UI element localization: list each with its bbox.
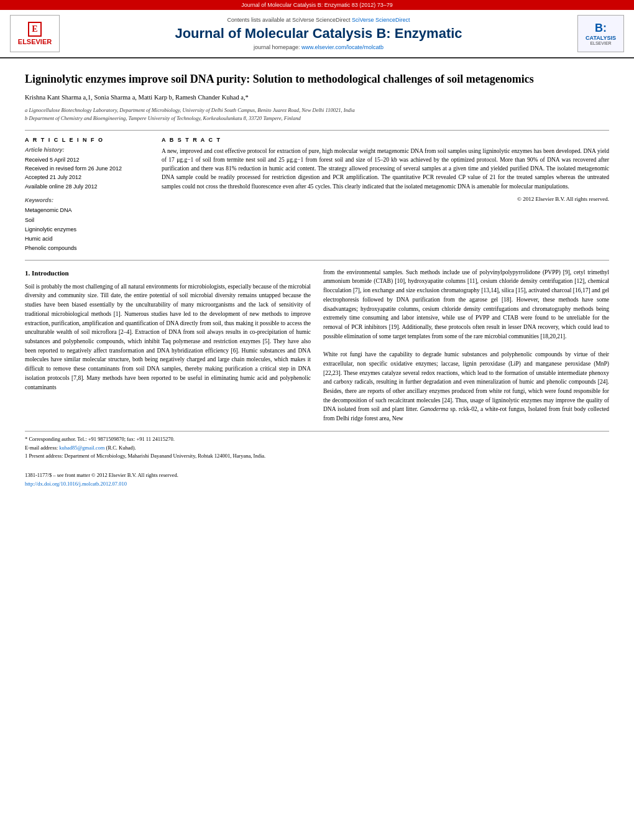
affiliation-a: a Lignocellulose Biotechnology Laborator… (25, 106, 609, 114)
divider-2 (25, 260, 609, 261)
catalysis-logo-sub: ELSEVIER (590, 41, 611, 45)
journal-logo: B: CATALYSIS ELSEVIER (577, 15, 624, 52)
article-info-heading: A R T I C L E I N F O (25, 137, 149, 143)
abstract-text: A new, improved and cost effective proto… (162, 147, 609, 191)
affiliation-b: b Department of Chemistry and Bioenginee… (25, 114, 609, 122)
journal-title-area: Contents lists available at SciVerse Sci… (66, 17, 571, 50)
available-date: Available online 28 July 2012 (25, 182, 149, 191)
section1-left-text: Soil is probably the most challenging of… (25, 282, 311, 392)
section1-right-text-2: White rot fungi have the capability to d… (323, 350, 609, 423)
sciverse-text: Contents lists available at SciVerse Sci… (66, 17, 571, 23)
journal-homepage: journal homepage: www.elsevier.com/locat… (66, 44, 571, 50)
keyword-5: Phenolic compounds (25, 244, 149, 253)
body-section: 1. Introduction Soil is probably the mos… (25, 268, 609, 423)
abstract-col: A B S T R A C T A new, improved and cost… (162, 137, 609, 254)
elsevier-label: ELSEVIER (18, 38, 52, 45)
received-date: Received 5 April 2012 (25, 155, 149, 164)
issn-line: 1381-1177/$ – see front matter © 2012 El… (25, 471, 609, 479)
journal-header: E ELSEVIER Contents lists available at S… (0, 10, 634, 58)
article-info-col: A R T I C L E I N F O Article history: R… (25, 137, 149, 254)
keyword-1: Metagenomic DNA (25, 206, 149, 215)
homepage-url[interactable]: www.elsevier.com/locate/molcatb (301, 44, 384, 50)
article-info-abstract: A R T I C L E I N F O Article history: R… (25, 137, 609, 254)
section1-right-text: from the environmental samples. Such met… (323, 268, 609, 341)
article-title: Ligninolytic enzymes improve soil DNA pu… (25, 72, 609, 86)
catalysis-logo-icon: B: (595, 22, 607, 35)
accepted-date: Accepted 21 July 2012 (25, 173, 149, 182)
body-left-col: 1. Introduction Soil is probably the mos… (25, 268, 311, 423)
authors-line: Krishna Kant Sharma a,1, Sonia Sharma a,… (25, 93, 609, 103)
doi-link[interactable]: http://dx.doi.org/10.1016/j.molcatb.2012… (25, 481, 127, 487)
footnote-corresponding: * Corresponding author. Tel.: +91 987150… (25, 435, 609, 444)
catalysis-logo-text: CATALYSIS (586, 35, 616, 41)
body-right-col: from the environmental samples. Such met… (323, 268, 609, 423)
journal-citation-text: Journal of Molecular Catalysis B: Enzyma… (241, 2, 393, 8)
doi-line: http://dx.doi.org/10.1016/j.molcatb.2012… (25, 479, 609, 488)
footnote-present-address: 1 Present address: Department of Microbi… (25, 452, 609, 461)
journal-title: Journal of Molecular Catalysis B: Enzyma… (66, 25, 571, 42)
keywords-label: Keywords: (25, 197, 149, 203)
affiliations: a Lignocellulose Biotechnology Laborator… (25, 106, 609, 122)
keyword-4: Humic acid (25, 234, 149, 244)
keyword-3: Ligninolytic enzymes (25, 225, 149, 234)
elsevier-logo: E ELSEVIER (10, 15, 60, 52)
divider-1 (25, 130, 609, 131)
bottom-bar: 1381-1177/$ – see front matter © 2012 El… (25, 471, 609, 489)
isolated-text: Isolated (528, 406, 547, 412)
keyword-2: Soil (25, 216, 149, 225)
copyright: © 2012 Elsevier B.V. All rights reserved… (162, 196, 609, 202)
footnote-email: E-mail address: kuhad85@gmail.com (R.C. … (25, 444, 609, 453)
journal-citation-bar: Journal of Molecular Catalysis B: Enzyma… (0, 0, 634, 10)
main-content: Ligninolytic enzymes improve soil DNA pu… (0, 58, 634, 496)
history-label: Article history: (25, 147, 149, 153)
footnotes: * Corresponding author. Tel.: +91 987150… (25, 431, 609, 461)
abstract-heading: A B S T R A C T (162, 137, 609, 143)
revised-date: Received in revised form 26 June 2012 (25, 164, 149, 173)
section1-title: 1. Introduction (25, 268, 311, 279)
email-link[interactable]: kuhad85@gmail.com (59, 445, 104, 451)
